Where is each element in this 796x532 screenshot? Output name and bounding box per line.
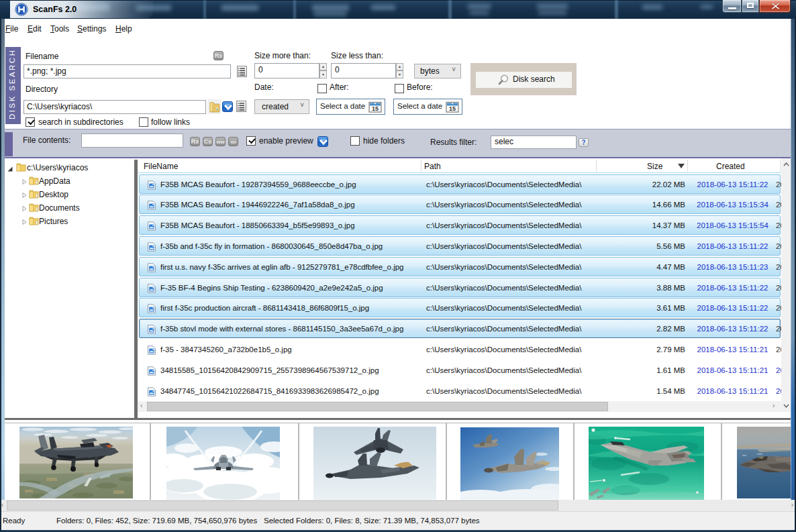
svg-text:15: 15 [372,105,379,112]
svg-text:15: 15 [449,105,456,112]
